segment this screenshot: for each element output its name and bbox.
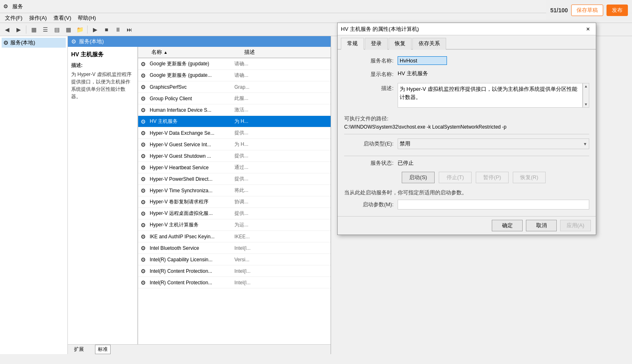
service-desc: Intel(l...	[233, 245, 278, 251]
service-icon: ⚙	[138, 130, 148, 136]
service-row[interactable]: ⚙ IKE and AuthIP IPsec Keyin... IKEE...	[138, 231, 331, 242]
menu-file[interactable]: 文件(F)	[2, 14, 26, 23]
dialog-content: 服务名称: HvHost 显示名称: HV 主机服务 描述: 为 Hyper-V…	[338, 50, 596, 216]
service-row[interactable]: ⚙ Intel(R) Content Protection... Intel(l…	[138, 265, 331, 277]
save-draft-button[interactable]: 保存草稿	[571, 5, 603, 16]
publish-button[interactable]: 发布	[607, 5, 628, 16]
service-icon: ⚙	[138, 187, 148, 194]
pause-button[interactable]: 暂停(P)	[476, 172, 509, 183]
service-row[interactable]: ⚙ Human Interface Device S... 激活...	[138, 104, 331, 116]
toolbar-view-btn[interactable]: ▦	[28, 24, 39, 35]
dialog-tab-dependencies[interactable]: 依存关系	[412, 38, 446, 50]
service-desc: 通过...	[233, 164, 278, 171]
toolbar-restart-btn[interactable]: ⏭	[124, 24, 135, 35]
column-header: 名称 ▲ 描述	[138, 47, 331, 58]
service-row[interactable]: ⚙ Hyper-V 主机计算服务 为运...	[138, 219, 331, 231]
top-right-overlay: 51/100 保存草稿 发布	[546, 0, 632, 21]
service-icon: ⚙	[138, 199, 148, 205]
service-row[interactable]: ⚙ Hyper-V PowerShell Direct... 提供...	[138, 173, 331, 185]
toolbar-detail-btn[interactable]: ▤	[51, 24, 62, 35]
dialog-tab-login[interactable]: 登录	[365, 38, 388, 50]
service-row[interactable]: ⚙ GraphicsPerfSvc Grap...	[138, 81, 331, 93]
service-name-label: 服务名称:	[344, 56, 398, 65]
service-desc: 为 H...	[233, 141, 278, 148]
dialog-tab-recovery[interactable]: 恢复	[389, 38, 412, 50]
toolbar-folder-btn[interactable]: 📁	[74, 24, 85, 35]
service-row[interactable]: ⚙ Hyper-V 远程桌面虚拟化服... 提供...	[138, 208, 331, 219]
tree-item-services-local[interactable]: ⚙ 服务(本地)	[2, 38, 66, 48]
services-header-title: 服务(本地)	[79, 38, 104, 45]
toolbar-list-btn[interactable]: ☰	[40, 24, 51, 35]
apply-button[interactable]: 应用(A)	[560, 220, 591, 231]
service-name: Hyper-V 卷影复制请求程序	[148, 198, 233, 205]
properties-dialog: HV 主机服务 的属性(本地计算机) ✕ 常规 登录 恢复 依存关系 服务名称:…	[337, 23, 596, 235]
menu-action[interactable]: 操作(A)	[26, 14, 50, 23]
service-icon: ⚙	[138, 245, 148, 251]
toolbar-forward-button[interactable]: ▶	[13, 24, 24, 35]
service-row[interactable]: ⚙ Group Policy Client 此服...	[138, 93, 331, 104]
service-row[interactable]: ⚙ Google 更新服务 (gupdate... 请确...	[138, 70, 331, 81]
display-name-label: 显示名称:	[344, 70, 398, 78]
service-name: IKE and AuthIP IPsec Keyin...	[148, 234, 233, 240]
service-icon: ⚙	[138, 61, 148, 67]
service-name: Hyper-V PowerShell Direct...	[148, 176, 233, 182]
scroll-up[interactable]: ▲	[583, 83, 589, 89]
service-name: Hyper-V Heartbeat Service	[148, 165, 233, 170]
services-header: ⚙ 服务(本地)	[68, 36, 331, 47]
service-row[interactable]: ⚙ Intel(R) Capability Licensin... Versi.…	[138, 254, 331, 265]
service-name-input[interactable]: HvHost	[398, 56, 447, 65]
tab-standard[interactable]: 标准	[95, 345, 111, 354]
toolbar-stop-btn[interactable]: ■	[101, 24, 112, 35]
service-row[interactable]: ⚙ Intel(R) Content Protection... Intel(l…	[138, 277, 331, 288]
startup-type-select[interactable]: 禁用 ▼	[398, 138, 589, 149]
service-name: Hyper-V Time Synchroniza...	[148, 188, 233, 194]
service-name-value: HvHost	[398, 56, 589, 65]
cancel-button[interactable]: 取消	[526, 220, 557, 231]
service-control-buttons: 启动(S) 停止(T) 暂停(P) 恢复(R)	[344, 172, 589, 183]
service-row[interactable]: ⚙ Hyper-V Time Synchroniza... 将此...	[138, 185, 331, 196]
service-desc: Intel(l...	[233, 268, 278, 274]
start-button[interactable]: 启动(S)	[402, 172, 435, 183]
stop-button[interactable]: 停止(T)	[439, 172, 472, 183]
service-desc: 提供...	[233, 210, 278, 217]
service-name: Hyper-V 远程桌面虚拟化服...	[148, 210, 233, 217]
resume-button[interactable]: 恢复(R)	[513, 172, 546, 183]
service-row[interactable]: ⚙ Intel Bluetooth Service Intel(l...	[138, 242, 331, 254]
service-desc: IKEE...	[233, 234, 278, 240]
column-desc[interactable]: 描述	[243, 48, 288, 57]
service-row[interactable]: ⚙ Hyper-V Data Exchange Se... 提供...	[138, 127, 331, 139]
service-desc: 提供...	[233, 152, 278, 159]
toolbar-separator-2	[87, 25, 88, 34]
column-name[interactable]: 名称 ▲	[148, 48, 243, 57]
dialog-tab-general[interactable]: 常规	[341, 38, 364, 50]
path-value: C:\WINDOWS\system32\svchost.exe -k Local…	[344, 124, 589, 130]
service-name: Hyper-V 主机计算服务	[148, 221, 233, 228]
toolbar-properties-btn[interactable]: ▦	[63, 24, 74, 35]
ok-button[interactable]: 确定	[492, 220, 523, 231]
service-row[interactable]: ⚙ Hyper-V Guest Shutdown ... 提供...	[138, 150, 331, 162]
desc-scrollbar[interactable]: ▲ ▼	[583, 83, 589, 108]
param-note: 当从此处启动服务时，你可指定所适用的启动参数。	[344, 189, 589, 196]
toolbar-separator-1	[26, 25, 26, 34]
service-icon: ⚙	[138, 95, 148, 102]
menu-view[interactable]: 查看(V)	[50, 14, 74, 23]
tree-panel: ⚙ 服务(本地)	[0, 36, 68, 354]
dialog-close-button[interactable]: ✕	[583, 25, 593, 34]
sort-indicator: ▲	[164, 50, 168, 55]
service-row[interactable]: ⚙ Hyper-V Guest Service Int... 为 H...	[138, 139, 331, 150]
param-input[interactable]	[398, 200, 589, 210]
service-row[interactable]: ⚙ Google 更新服务 (gupdate) 请确...	[138, 58, 331, 70]
tab-expand[interactable]: 扩展	[71, 345, 87, 354]
service-row[interactable]: ⚙ Hyper-V 卷影复制请求程序 协调...	[138, 196, 331, 208]
service-row-selected[interactable]: ⚙ HV 主机服务 为 H...	[138, 116, 331, 127]
services-panel: ⚙ 服务(本地) HV 主机服务 描述: 为 Hyper-V 虚拟机监控程序提供…	[68, 36, 331, 354]
scroll-down[interactable]: ▼	[583, 101, 589, 107]
service-row[interactable]: ⚙ Hyper-V Heartbeat Service 通过...	[138, 162, 331, 173]
service-name: Hyper-V Data Exchange Se...	[148, 130, 233, 136]
menu-help[interactable]: 帮助(H)	[74, 14, 99, 23]
toolbar-pause-btn[interactable]: ⏸	[113, 24, 123, 35]
toolbar-play-btn[interactable]: ▶	[90, 24, 100, 35]
service-desc: 提供...	[233, 175, 278, 182]
toolbar-back-button[interactable]: ◀	[2, 24, 12, 35]
desc-text: 为 Hyper-V 虚拟机监控程序提供接口，以便为主机操作系统提供单分区性能计数…	[71, 71, 134, 100]
